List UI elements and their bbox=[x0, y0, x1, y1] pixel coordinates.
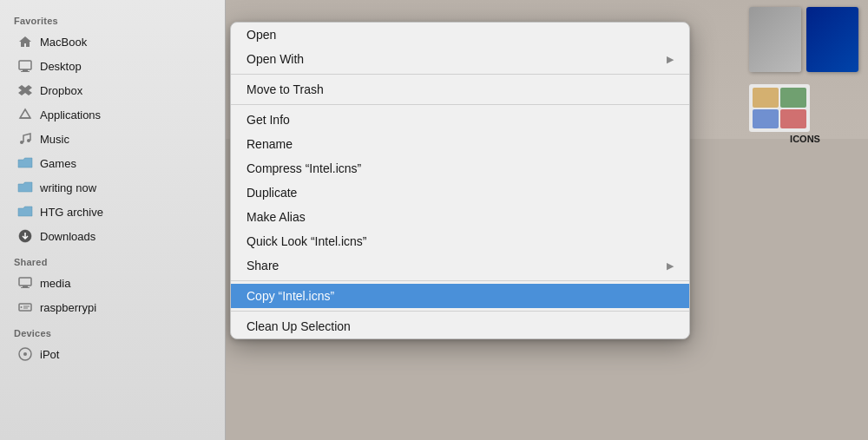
context-menu-quick-look[interactable]: Quick Look “Intel.icns” bbox=[231, 229, 689, 253]
sidebar: Favorites MacBook Desktop Dropbox bbox=[0, 0, 226, 440]
sidebar-item-label: Games bbox=[40, 157, 76, 170]
sidebar-item-label: raspberrypi bbox=[40, 301, 96, 314]
context-menu-open[interactable]: Open bbox=[231, 23, 689, 47]
sidebar-item-macbook[interactable]: MacBook bbox=[3, 30, 221, 53]
context-menu-compress[interactable]: Compress “Intel.icns” bbox=[231, 156, 689, 181]
sidebar-item-desktop[interactable]: Desktop bbox=[3, 55, 221, 77]
thumb-blue-ssd bbox=[806, 7, 858, 72]
icon-grid-container: ICONS bbox=[749, 84, 861, 144]
desktop-icon bbox=[17, 58, 33, 74]
context-menu: Open Open With ▶ Move to Trash Get Info … bbox=[230, 22, 690, 339]
svg-rect-2 bbox=[21, 71, 30, 72]
folder-icon-writing bbox=[17, 180, 33, 195]
context-menu-open-with[interactable]: Open With ▶ bbox=[231, 47, 689, 71]
disk-icon bbox=[17, 346, 33, 362]
downloads-icon bbox=[17, 228, 33, 244]
icon-cell-3 bbox=[753, 109, 779, 129]
context-menu-share[interactable]: Share ▶ bbox=[231, 253, 689, 278]
sidebar-item-label: Dropbox bbox=[40, 84, 82, 97]
sidebar-item-label: media bbox=[40, 277, 70, 290]
context-menu-copy[interactable]: Copy “Intel.icns” bbox=[231, 284, 689, 308]
sidebar-item-ipot[interactable]: iPot bbox=[3, 343, 221, 365]
separator-1 bbox=[231, 74, 689, 75]
sidebar-item-raspberrypi[interactable]: raspberrypi bbox=[3, 296, 221, 319]
sidebar-item-games[interactable]: Games bbox=[3, 152, 221, 174]
favorites-header: Favorites bbox=[0, 7, 225, 30]
context-menu-move-trash[interactable]: Move to Trash bbox=[231, 77, 689, 102]
server-icon bbox=[17, 299, 33, 315]
sidebar-item-applications[interactable]: Applications bbox=[3, 103, 221, 126]
sidebar-item-dropbox[interactable]: Dropbox bbox=[3, 79, 221, 102]
svg-rect-7 bbox=[19, 278, 31, 286]
home-icon bbox=[17, 34, 33, 49]
sidebar-item-downloads[interactable]: Downloads bbox=[3, 225, 221, 247]
submenu-arrow-open-with: ▶ bbox=[667, 54, 674, 65]
sidebar-item-label: HTG archive bbox=[40, 206, 103, 219]
svg-rect-0 bbox=[19, 61, 31, 69]
thumb-row-1 bbox=[749, 7, 861, 72]
sidebar-item-label: Music bbox=[40, 133, 69, 146]
folder-icon bbox=[17, 155, 33, 171]
svg-rect-8 bbox=[23, 286, 28, 287]
monitor-icon bbox=[17, 275, 33, 291]
icon-cell-2 bbox=[780, 88, 806, 108]
devices-header: Devices bbox=[0, 319, 225, 342]
right-thumbnails: ICONS bbox=[742, 0, 868, 151]
svg-rect-1 bbox=[23, 69, 28, 71]
dropbox-icon bbox=[17, 82, 33, 98]
svg-point-4 bbox=[20, 141, 23, 144]
context-menu-get-info[interactable]: Get Info bbox=[231, 108, 689, 132]
finder-main: CORSAIR FORCE 120GB CORSAIR FORCE 180GB … bbox=[226, 0, 868, 440]
submenu-arrow-share: ▶ bbox=[667, 260, 674, 272]
separator-4 bbox=[231, 311, 689, 312]
sidebar-item-music[interactable]: Music bbox=[3, 128, 221, 150]
folder-icon-htg bbox=[17, 204, 33, 220]
svg-point-15 bbox=[23, 352, 27, 356]
svg-point-5 bbox=[27, 139, 30, 142]
svg-rect-9 bbox=[21, 287, 30, 288]
context-menu-make-alias[interactable]: Make Alias bbox=[231, 205, 689, 229]
separator-3 bbox=[231, 280, 689, 281]
svg-rect-12 bbox=[23, 306, 30, 307]
thumb-silver-ssd bbox=[749, 7, 801, 72]
music-icon bbox=[17, 131, 33, 147]
icon-cell-1 bbox=[753, 88, 779, 108]
sidebar-item-label: MacBook bbox=[40, 36, 87, 49]
sidebar-item-label: Applications bbox=[40, 108, 101, 121]
icons-label: ICONS bbox=[749, 134, 861, 144]
context-menu-clean-up[interactable]: Clean Up Selection bbox=[231, 314, 689, 338]
applications-icon bbox=[17, 107, 33, 122]
svg-point-11 bbox=[21, 306, 23, 308]
context-menu-duplicate[interactable]: Duplicate bbox=[231, 181, 689, 205]
sidebar-item-writing-now[interactable]: writing now bbox=[3, 176, 221, 199]
sidebar-item-label: Downloads bbox=[40, 230, 95, 243]
sidebar-item-media[interactable]: media bbox=[3, 272, 221, 294]
separator-2 bbox=[231, 104, 689, 105]
icon-cell-4 bbox=[780, 109, 806, 129]
sidebar-item-htg-archive[interactable]: HTG archive bbox=[3, 200, 221, 223]
sidebar-item-label: Desktop bbox=[40, 60, 82, 73]
context-menu-rename[interactable]: Rename bbox=[231, 132, 689, 156]
sidebar-item-label: writing now bbox=[40, 181, 96, 194]
sidebar-item-label: iPot bbox=[40, 348, 59, 361]
shared-header: Shared bbox=[0, 248, 225, 271]
svg-rect-13 bbox=[23, 308, 28, 309]
icon-grid bbox=[749, 84, 810, 132]
